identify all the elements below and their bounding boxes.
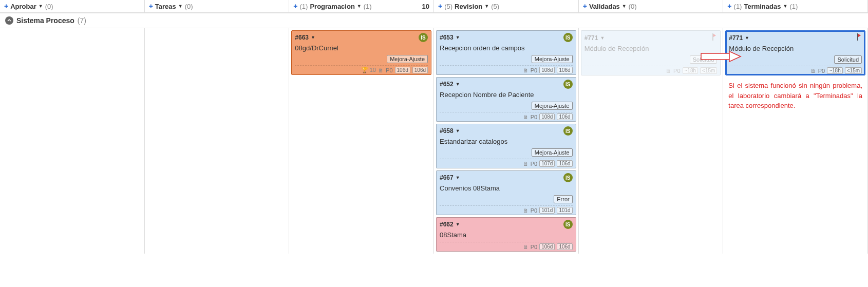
- card-priority: P0: [531, 114, 537, 120]
- lane-cell-tareas[interactable]: [145, 28, 290, 254]
- card-priority: P0: [386, 67, 392, 73]
- chevron-down-icon[interactable]: ▼: [484, 4, 489, 9]
- card[interactable]: #667 ▼ IS Convenios 08Stama Error 🗎 P0 1…: [436, 170, 576, 215]
- assignee-avatar[interactable]: IS: [563, 80, 573, 89]
- lane-cell-revision[interactable]: #653 ▼ IS Recepcion orden de campos Mejo…: [434, 28, 579, 254]
- add-icon[interactable]: +: [149, 2, 153, 10]
- age-badge: 107d: [539, 160, 555, 167]
- assignee-avatar[interactable]: IS: [563, 220, 573, 229]
- card-id: #771: [584, 34, 598, 42]
- card-title: 08Stama: [440, 231, 573, 239]
- age-badge: <15m: [700, 67, 717, 74]
- annotation-text: Si el sistema funcionó sin ningún proble…: [725, 81, 865, 111]
- card[interactable]: #662 ▼ IS 08Stama 🗎 P0 106d 106d: [436, 217, 576, 252]
- column-header[interactable]: + Tareas ▼ (0): [145, 0, 290, 13]
- add-icon[interactable]: +: [583, 2, 587, 10]
- column-header[interactable]: + Aprobar ▼ (0): [0, 0, 145, 13]
- lane-cell-validadas[interactable]: #771 ▼ Módulo de Recepción Solicitud 🗎 P…: [579, 28, 724, 254]
- age-badge: 106d: [557, 243, 572, 250]
- document-icon: 🗎: [810, 68, 816, 74]
- age-badge: ~18h: [827, 67, 843, 74]
- age-badge: 106d: [539, 243, 555, 250]
- column-pre-count: (5): [444, 3, 452, 10]
- card-id: #667: [440, 174, 454, 181]
- document-icon: 🗎: [378, 67, 384, 73]
- card-tag: Mejora-Ajuste: [532, 55, 573, 63]
- age-badge: 106d: [557, 160, 572, 167]
- column-header[interactable]: + (5) Revision ▼ (5): [434, 0, 579, 13]
- add-icon[interactable]: +: [293, 2, 297, 10]
- card-title: Estandarizar catalogos: [440, 138, 573, 145]
- chevron-down-icon[interactable]: ▼: [600, 35, 605, 41]
- column-count: (0): [45, 3, 53, 10]
- chevron-down-icon[interactable]: ▼: [357, 4, 362, 9]
- age-badge: 108d: [539, 67, 555, 73]
- chevron-down-icon[interactable]: ▼: [456, 128, 460, 133]
- lane-cell-aprobar[interactable]: [0, 28, 145, 254]
- chevron-down-icon[interactable]: ▼: [39, 4, 43, 9]
- card-title: Recepcion orden de campos: [440, 44, 573, 52]
- chevron-down-icon[interactable]: ▼: [456, 35, 460, 40]
- column-name: Validadas: [589, 3, 620, 10]
- column-count: (5): [491, 3, 499, 10]
- card-id: #658: [440, 127, 454, 135]
- chevron-down-icon[interactable]: ▼: [311, 35, 315, 40]
- flag-icon: [709, 33, 717, 43]
- svg-rect-0: [712, 33, 713, 41]
- lane-cell-terminadas[interactable]: #771 ▼ Módulo de Recepción Solicitud 🗎 P…: [723, 28, 868, 254]
- age-badge: 101d: [539, 207, 555, 214]
- svg-rect-2: [857, 33, 858, 41]
- column-count: (0): [629, 3, 637, 10]
- age-badge: 106d: [557, 113, 572, 120]
- card-tag: Error: [554, 195, 572, 203]
- column-name: Aprobar: [10, 3, 36, 10]
- chevron-down-icon[interactable]: ▼: [783, 4, 787, 9]
- column-limit: 10: [422, 3, 429, 10]
- card[interactable]: #663 ▼ IS 08gd/DrCurriel Mejora-Ajuste 🏆…: [291, 30, 431, 75]
- add-icon[interactable]: +: [438, 2, 442, 10]
- trophy-icon: 🏆 10: [361, 67, 376, 73]
- column-header[interactable]: + (1) Terminadas ▼ (1): [723, 0, 868, 13]
- document-icon: 🗎: [523, 67, 529, 73]
- card-id: #653: [440, 34, 454, 41]
- card-title: Módulo de Recepción: [729, 45, 862, 52]
- column-header[interactable]: + (1) Programacion ▼ (1) 10: [289, 0, 434, 13]
- card-title: Recepcion Nombre de Paciente: [440, 91, 573, 99]
- card-priority: P0: [531, 67, 537, 73]
- chevron-down-icon[interactable]: ▼: [456, 175, 460, 180]
- chevron-down-icon[interactable]: ▼: [622, 4, 627, 9]
- column-name: Programacion: [310, 3, 354, 10]
- chevron-down-icon[interactable]: ▼: [178, 4, 183, 9]
- column-headers-row: + Aprobar ▼ (0) + Tareas ▼ (0) + (1) Pro…: [0, 0, 868, 13]
- column-header[interactable]: + Validadas ▼ (0): [579, 0, 724, 13]
- card-priority: P0: [673, 68, 680, 74]
- card[interactable]: #653 ▼ IS Recepcion orden de campos Mejo…: [436, 30, 576, 75]
- card[interactable]: #658 ▼ IS Estandarizar catalogos Mejora-…: [436, 124, 576, 168]
- swimlane-header[interactable]: Sistema Proceso (7): [0, 13, 868, 28]
- card[interactable]: #771 ▼ Módulo de Recepción Solicitud 🗎 P…: [725, 30, 865, 75]
- age-badge: ~18h: [683, 67, 699, 74]
- card[interactable]: #652 ▼ IS Recepcion Nombre de Paciente M…: [436, 77, 576, 122]
- lane-cell-programacion[interactable]: #663 ▼ IS 08gd/DrCurriel Mejora-Ajuste 🏆…: [289, 28, 434, 254]
- card-tag: Mejora-Ajuste: [387, 55, 428, 63]
- swimlane-count: (7): [78, 16, 86, 25]
- age-badge: 106d: [557, 67, 572, 73]
- collapse-icon[interactable]: [5, 16, 13, 25]
- add-icon[interactable]: +: [4, 2, 8, 10]
- column-pre-count: (1): [734, 3, 742, 10]
- card-tag: Mejora-Ajuste: [532, 102, 573, 110]
- column-name: Tareas: [155, 3, 176, 10]
- document-icon: 🗎: [523, 114, 529, 120]
- card-ghost[interactable]: #771 ▼ Módulo de Recepción Solicitud 🗎 P…: [581, 30, 721, 75]
- chevron-down-icon[interactable]: ▼: [745, 35, 749, 41]
- assignee-avatar[interactable]: IS: [563, 126, 573, 136]
- assignee-avatar[interactable]: IS: [563, 173, 573, 182]
- document-icon: 🗎: [523, 244, 529, 250]
- chevron-down-icon[interactable]: ▼: [456, 222, 460, 227]
- add-icon[interactable]: +: [727, 2, 731, 10]
- assignee-avatar[interactable]: IS: [419, 33, 428, 42]
- chevron-down-icon[interactable]: ▼: [456, 82, 460, 87]
- assignee-avatar[interactable]: IS: [563, 33, 573, 42]
- column-name: Terminadas: [744, 3, 781, 10]
- age-badge: <15m: [845, 67, 862, 74]
